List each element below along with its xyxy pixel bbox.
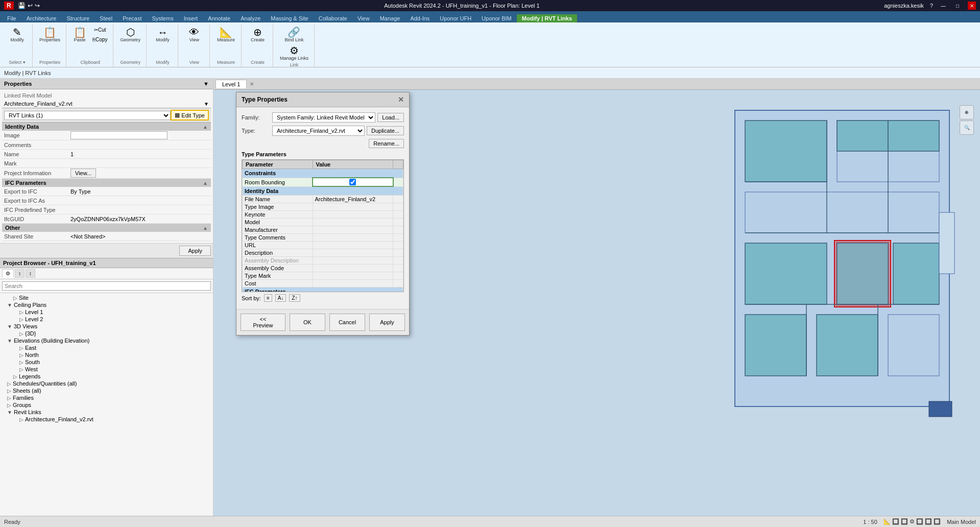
help-btn[interactable]: ? [930,3,933,9]
tree-item-3d[interactable]: ▷{3D} [1,330,212,337]
tab-manage[interactable]: Manage [375,14,405,22]
project-browser-search-input[interactable] [2,281,211,291]
type-comments-param: Type Comments [243,234,313,242]
other-section-header[interactable]: Other ▲ [2,224,211,232]
scale-label: 1 : 50 [863,519,877,525]
minimize-btn[interactable]: — [939,2,947,10]
ribbon-btn-paste[interactable]: 📋 Paste [70,26,89,44]
tree-item-revit-links[interactable]: ▼Revit Links [1,409,212,416]
identity-data-section-header[interactable]: Identity Data ▲ [2,123,211,131]
tab-file[interactable]: File [2,14,21,22]
close-btn[interactable]: ✕ [968,2,976,10]
ribbon-btn-copy[interactable]: ⎘ Copy [90,35,110,44]
tab-addins[interactable]: Add-Ins [405,14,435,22]
tree-item-legends[interactable]: ▷Legends [1,373,212,380]
tree-item-south[interactable]: ▷South [1,358,212,366]
tab-precast[interactable]: Precast [117,14,147,22]
tab-massing[interactable]: Massing & Site [266,14,313,22]
ribbon-btn-properties[interactable]: 📋 Properties [37,26,63,44]
type-dropdown[interactable]: Architecture_Finland_v2.rvt [272,126,365,136]
linked-model-dropdown-icon[interactable]: ▼ [204,101,209,107]
tree-item-level1[interactable]: ▷Level 1 [1,308,212,316]
tab-insert[interactable]: Insert [179,14,203,22]
manufacturer-row: Manufacturer [243,226,403,234]
properties-apply-button[interactable]: Apply [179,246,211,256]
view-tab-level1[interactable]: Level 1 [216,80,247,88]
dialog-apply-button[interactable]: Apply [369,314,405,331]
ribbon-btn-cut[interactable]: ✂ Cut [90,26,110,34]
tree-item-sheets[interactable]: ▷Sheets (all) [1,387,212,394]
tree-item-groups[interactable]: ▷Groups [1,401,212,409]
room-bounding-value[interactable] [313,178,393,186]
tab-steel[interactable]: Steel [94,14,117,22]
view-button[interactable]: View... [70,169,96,178]
tab-modify-rvt-links[interactable]: Modify | RVT Links [517,14,577,22]
tree-item-level2[interactable]: ▷Level 2 [1,316,212,323]
cancel-button[interactable]: Cancel [329,314,365,331]
tree-item-schedules[interactable]: ▷Schedules/Quantities (all) [1,380,212,387]
ribbon-btn-geometry[interactable]: ⬡ Geometry [117,26,143,44]
tab-uponor-bim[interactable]: Uponor BIM [476,14,517,22]
pb-tab-2[interactable]: ↕ [15,269,25,278]
ribbon-btn-modify[interactable]: ✎ Modify [8,26,27,44]
south-expand-icon: ▷ [19,360,23,365]
tab-architecture[interactable]: Architecture [21,14,62,22]
sort-za-btn[interactable]: Z↑ [289,294,300,302]
room-bounding-checkbox[interactable] [349,179,356,185]
tab-analyze[interactable]: Analyze [235,14,266,22]
tree-item-3d-views[interactable]: ▼3D Views [1,323,212,330]
tab-annotate[interactable]: Annotate [203,14,235,22]
edit-type-button[interactable]: ▦ Edit Type [171,110,209,121]
family-dropdown[interactable]: System Family: Linked Revit Model [272,112,375,123]
extra-col-header [393,160,403,169]
modify-group-label: Modify [156,60,170,66]
tree-item-site[interactable]: ▷Site [1,294,212,301]
navigation-cube[interactable]: ⊕ 🔍 [960,105,975,135]
param-row-ifc-predefined: IFC Predefined Type [2,205,211,214]
ribbon-btn-bind-link[interactable]: 🔗 Bind Link [282,26,306,44]
tree-item-families[interactable]: ▷Families [1,394,212,401]
rvt-links-dropdown[interactable]: RVT Links (1) [4,111,171,120]
tree-item-north[interactable]: ▷North [1,351,212,358]
properties-expand-icon[interactable]: ▼ [203,81,209,87]
tab-structure[interactable]: Structure [61,14,94,22]
tab-systems[interactable]: Systems [147,14,178,22]
ribbon-btn-modify2[interactable]: ↔ Modify [153,26,172,44]
dialog-title: Type Properties [242,96,288,103]
param-row-comments: Comments [2,140,211,150]
sort-az-btn[interactable]: A↓ [275,294,286,302]
identity-data-collapse-icon[interactable]: ▲ [203,124,208,130]
dialog-close-button[interactable]: ✕ [398,95,404,104]
other-collapse-icon[interactable]: ▲ [203,225,208,231]
tab-view[interactable]: View [352,14,375,22]
view-tab-close[interactable]: ✕ [250,81,254,87]
sort-list-btn[interactable]: ≡ [264,294,272,302]
save-btn[interactable]: 💾 [18,2,26,9]
redo-btn[interactable]: ↪ [35,2,40,9]
ifc-params-section-header[interactable]: IFC Parameters ▲ [2,179,211,187]
maximize-btn[interactable]: □ [953,2,962,10]
ribbon-btn-measure[interactable]: 📐 Measure [214,26,237,44]
tree-item-elevations[interactable]: ▼Elevations (Building Elevation) [1,337,212,344]
preview-button[interactable]: << Preview [241,314,285,331]
tree-item-arch-finland[interactable]: ▷Architecture_Finland_v2.rvt [1,416,212,423]
ribbon-btn-view[interactable]: 👁 View [185,26,203,44]
tab-collaborate[interactable]: Collaborate [314,14,352,22]
param-row-export-ifc-as: Export to IFC As [2,196,211,205]
pb-tab-1[interactable]: ⚙ [2,269,14,278]
tree-item-west[interactable]: ▷West [1,366,212,373]
identity-data-section-row: Identity Data [243,186,403,196]
undo-btn[interactable]: ↩ [28,2,33,9]
ribbon-btn-create[interactable]: ⊕ Create [248,26,267,44]
load-button[interactable]: Load... [377,113,404,122]
pb-tab-3[interactable]: ↕ [26,269,35,278]
tree-item-east[interactable]: ▷East [1,344,212,351]
ifc-params-collapse-icon[interactable]: ▲ [203,180,208,186]
tree-item-ceiling-plans[interactable]: ▼Ceiling Plans [1,301,212,308]
image-input[interactable] [70,131,168,139]
duplicate-button[interactable]: Duplicate... [367,126,404,135]
rename-button[interactable]: Rename... [369,139,404,148]
ok-button[interactable]: OK [290,314,325,331]
ribbon-btn-manage-links[interactable]: ⚙ Manage Links [277,44,311,62]
tab-uponor-ufh[interactable]: Uponor UFH [435,14,476,22]
